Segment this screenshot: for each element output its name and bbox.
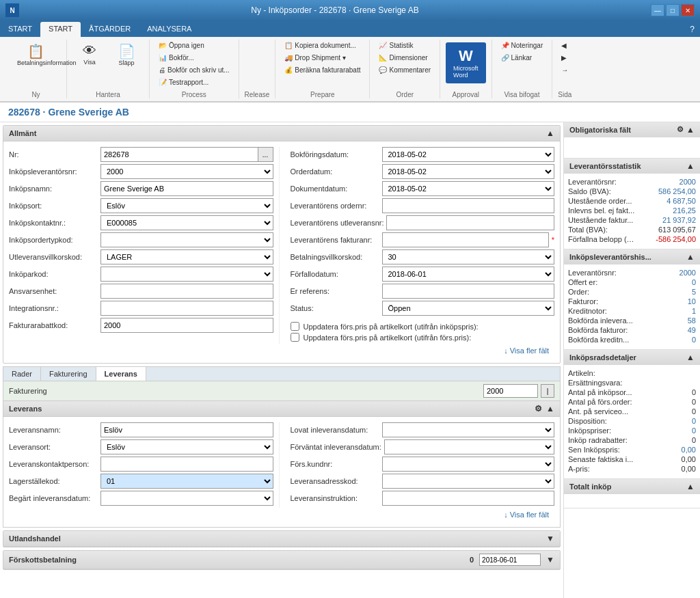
leverantorsstatistik-header[interactable]: Leverantörsstatistik ▲ [564,159,700,174]
inkopsort-label: Inköpsort: [9,202,98,210]
dimensioner-button[interactable]: 📐Dimensioner [375,52,434,64]
orderdatum-select[interactable]: 2018-05-02 [382,164,555,179]
levfaktura-input[interactable] [382,232,549,247]
total-value: 613 095,67 [658,226,696,234]
bokfor-skriv-button[interactable]: 🖨Bokför och skriv ut... [155,64,233,76]
disposition-value: 0 [692,417,696,425]
hist-levnr-value: 2000 [679,269,696,277]
allman-title: Allmänt [9,129,36,137]
levordernr-input[interactable] [382,198,555,213]
erreferens-input[interactable] [382,284,555,299]
inkopslev-historik-header[interactable]: Inköpsleverantörshis... ▲ [564,249,700,264]
forskottsbetalning-collapse-btn[interactable]: ▼ [546,555,554,565]
slapp-button[interactable]: 📄 Släpp [109,40,144,70]
ansvarsenhet-input[interactable] [100,284,273,299]
maximize-button[interactable]: □ [666,4,679,16]
inkopskontakt-select[interactable]: E000085 [100,215,273,230]
tab-start-active[interactable]: START [40,22,81,37]
leverantorsstatistik-collapse-btn[interactable]: ▲ [686,161,695,171]
tab-atgarder[interactable]: ÅTGÄRDER [81,22,139,37]
inkopsradsdetaljer-collapse-btn[interactable]: ▲ [686,353,695,362]
tab-fakturering[interactable]: Fakturering [41,367,96,381]
noteringar-button[interactable]: 📌Noteringar [498,40,547,51]
statistik-button[interactable]: 📈Statistik [375,40,434,51]
nr-dots-button[interactable]: ... [258,147,273,162]
nr-input[interactable] [100,147,258,162]
dokumentdatum-select[interactable]: 2018-05-02 [382,181,555,196]
leverans-gear-icon[interactable]: ⚙ [535,404,542,413]
tab-leverans[interactable]: Leverans [96,367,146,381]
levadrskod-select[interactable] [382,474,555,489]
arrow-left-button[interactable]: ◀ [558,40,571,51]
allman-section-header[interactable]: Allmänt ▲ [3,126,560,141]
integrationsnr-input[interactable] [100,301,273,316]
bokfor-button[interactable]: 📊Bokför... [155,52,233,64]
tab-rader[interactable]: Rader [3,367,41,381]
berakna-fakturarabatt-button[interactable]: 💰Beräkna fakturarabatt [281,64,364,76]
begartinlev-select[interactable] [100,491,273,506]
utlevvillkor-select[interactable]: LAGER [100,249,273,264]
arrow-right-button[interactable]: ▶ [558,52,571,64]
arrow-down-button[interactable]: → [558,64,571,76]
obligatoriska-header[interactable]: Obligatoriska fält ⚙ ▲ [564,122,700,137]
forskottsbetalning-date[interactable] [479,554,541,566]
obligatoriska-section: Obligatoriska fält ⚙ ▲ [564,122,700,159]
minimize-button[interactable]: — [651,4,664,16]
levutlev-input[interactable] [386,215,554,230]
forskottsbetalning-header[interactable]: Förskottsbetalning 0 ▼ [3,551,560,569]
kopiera-dokument-button[interactable]: 📋Kopiera dokument... [281,40,364,51]
visa-fler-allman[interactable]: ↓ Visa fler fält [9,344,554,357]
utlandshandel-collapse-btn[interactable]: ▼ [546,534,554,543]
levkontakt-input[interactable] [100,457,273,472]
forfallodatum-select[interactable]: 2018-06-01 [382,267,555,282]
utlandshandel-header[interactable]: Utlandshandel ▼ [3,531,560,547]
inkopsordertyp-select[interactable] [100,232,273,247]
inkoparkod-select[interactable] [100,267,273,282]
levinstruktion-input[interactable] [382,491,555,506]
fakturarabatt-input[interactable] [100,318,273,333]
uppdatera1-checkbox[interactable] [291,322,299,331]
inkopslev-historik-collapse-btn[interactable]: ▲ [686,252,695,262]
ribbon-group-approval: W MicrosoftWord Approval [440,40,492,98]
fakturering-value-input[interactable] [483,384,538,398]
microsoft-word-button[interactable]: W MicrosoftWord [446,42,486,83]
visa-fler-allman-link[interactable]: ↓ Visa fler fält [504,346,549,355]
uppdatera2-checkbox[interactable] [291,333,299,342]
inkopsort-select[interactable]: Eslöv [100,198,273,213]
kommentarer-button[interactable]: 💬Kommentarer [375,64,434,76]
betvillkor-select[interactable]: 30 [382,249,555,264]
levort-select[interactable]: Eslöv [100,439,273,454]
betalningsinformation-button[interactable]: 📋 Betalningsinformation [11,40,61,70]
fakturering-dots-button[interactable]: | [541,384,554,398]
inkopslev-select[interactable]: 2000 [100,164,273,179]
drop-shipment-button[interactable]: 🚚Drop Shipment ▾ [281,52,364,64]
offert-label: Offert er: [568,278,597,286]
totalt-inkop-header[interactable]: Totalt inköp ▲ [564,479,700,494]
inkopsradsdetaljer-header[interactable]: Inköpsradsdetaljer ▲ [564,350,700,365]
leverans-right-col: Lovat inleveransdatum: Förväntat inlever… [285,422,555,508]
tab-start[interactable]: START [0,22,40,37]
forskund-select[interactable] [382,457,555,472]
visa-fler-leverans-link[interactable]: ↓ Visa fler fält [504,511,549,519]
help-button[interactable]: ? [684,22,700,37]
leverans-collapse-btn[interactable]: ▲ [546,404,554,413]
totalt-inkop-collapse-btn[interactable]: ▲ [686,482,695,491]
allman-collapse-btn[interactable]: ▲ [546,128,554,138]
obligatoriska-collapse-btn[interactable]: ▲ [686,125,695,135]
obligatoriska-gear-icon[interactable]: ⚙ [677,125,684,135]
leverans-section-header[interactable]: Leverans ⚙ ▲ [3,401,560,417]
bokforingsdatum-select[interactable]: 2018-05-02 [382,147,555,162]
visa-fler-leverans[interactable]: ↓ Visa fler fält [9,508,554,521]
close-button[interactable]: ✕ [681,4,695,16]
lovatinlev-select[interactable] [382,422,555,437]
lankar-button[interactable]: 🔗Länkar [498,52,547,64]
visa-button[interactable]: 👁 Visa [72,40,107,69]
testrapport-button[interactable]: 📝Testrapport... [155,77,233,88]
lagerstalle-select[interactable]: 01 [100,474,273,489]
oppna-igen-button[interactable]: 📂Öppna igen [155,40,233,51]
inkopsnamn-input[interactable] [100,181,273,196]
status-select[interactable]: Öppen [382,301,555,316]
forvantatinlev-select[interactable] [384,439,554,454]
levnamn-input[interactable] [100,422,273,437]
tab-analysera[interactable]: ANALYSERA [139,22,200,37]
